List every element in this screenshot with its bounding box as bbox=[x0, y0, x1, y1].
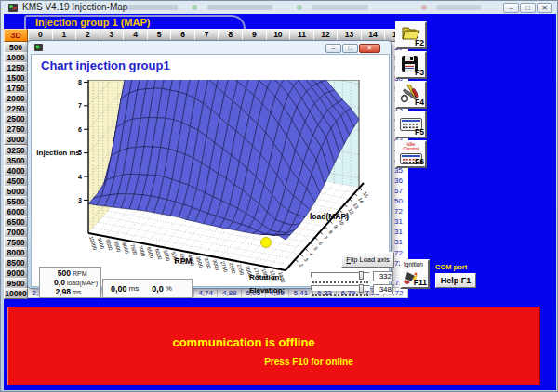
background-window-ghost bbox=[312, 5, 368, 10]
rotation-value[interactable]: 332 bbox=[373, 271, 393, 281]
title-bar: KMS V4.19 Injection-Map – □ ✕ bbox=[1, 1, 558, 14]
table-corner-3d-button[interactable]: 3D bbox=[4, 29, 28, 42]
svg-text:3500: 3500 bbox=[195, 255, 204, 268]
status-unit: ms bbox=[73, 289, 81, 295]
cursor-status-panel: 500RPM0,0load(MAP)2,98ms bbox=[39, 267, 101, 298]
rotation-slider-thumb[interactable] bbox=[359, 271, 364, 280]
svg-text:8500: 8500 bbox=[113, 240, 122, 253]
com-port-label: COM port bbox=[435, 263, 467, 271]
row-header[interactable]: 10000 bbox=[4, 288, 28, 299]
svg-text:3250: 3250 bbox=[204, 257, 212, 270]
dialog-client: 345678injection ms1000095009000850080007… bbox=[31, 54, 390, 287]
elevation-label: Elevation: bbox=[249, 286, 285, 294]
help-button[interactable]: Help F1 bbox=[435, 273, 476, 288]
chart-title: Chart injection group1 bbox=[41, 59, 170, 72]
offline-hint: Press F10 for online bbox=[264, 357, 353, 367]
map-settings-button[interactable]: F5 bbox=[395, 111, 427, 138]
chart-dialog[interactable]: – □ ✕ 345678injection ms1000095009000850… bbox=[27, 40, 392, 289]
svg-text:8000: 8000 bbox=[121, 242, 129, 255]
svg-text:RPM: RPM bbox=[175, 256, 193, 266]
rotation-slider-ticks bbox=[312, 280, 368, 283]
svg-text:6: 6 bbox=[78, 126, 82, 133]
svg-text:7000: 7000 bbox=[138, 244, 146, 257]
background-window-ghost bbox=[436, 5, 481, 10]
fkey-label: F4 bbox=[415, 98, 424, 107]
status-value: 0,0 bbox=[43, 278, 65, 287]
dialog-app-icon bbox=[34, 43, 44, 52]
measure-status-panel: 0,00ms0,0% bbox=[102, 279, 193, 298]
app-icon bbox=[7, 2, 19, 13]
svg-text:8: 8 bbox=[78, 79, 82, 85]
window-title: KMS V4.19 Injection-Map bbox=[22, 2, 127, 12]
offline-message: communication is offline bbox=[172, 335, 314, 349]
svg-text:3000: 3000 bbox=[212, 258, 220, 271]
background-window-ghost bbox=[192, 5, 197, 10]
svg-text:3: 3 bbox=[303, 257, 310, 263]
status-unit: RPM bbox=[73, 270, 87, 277]
tab-injection-group-1[interactable]: Injection group 1 (MAP) bbox=[24, 15, 246, 29]
table-cell[interactable]: 4,74 bbox=[194, 288, 219, 298]
rotation-label: Rotation: bbox=[249, 273, 282, 281]
injection-3d-chart[interactable]: 345678injection ms1000095009000850080007… bbox=[32, 55, 389, 286]
svg-text:2250: 2250 bbox=[236, 263, 245, 276]
background-window-ghost bbox=[297, 5, 302, 10]
fkey-label: F3 bbox=[415, 68, 424, 77]
offline-banner: communication is offline Press F10 for o… bbox=[7, 307, 540, 385]
svg-text:9: 9 bbox=[333, 224, 339, 229]
flip-load-axis-button[interactable]: Flip Load axis bbox=[341, 252, 394, 268]
svg-text:6: 6 bbox=[318, 241, 325, 246]
svg-text:5: 5 bbox=[312, 246, 319, 252]
ignition-button[interactable]: Ignition F11 bbox=[400, 259, 430, 289]
svg-text:2: 2 bbox=[299, 263, 305, 268]
elevation-slider-thumb[interactable] bbox=[359, 284, 364, 293]
elevation-value[interactable]: 348 bbox=[373, 284, 393, 294]
rotation-slider-row: Rotation: 332 bbox=[249, 272, 394, 284]
svg-text:injection ms: injection ms bbox=[36, 149, 80, 157]
close-button[interactable]: ✕ bbox=[537, 3, 552, 13]
svg-text:10000: 10000 bbox=[88, 235, 98, 250]
svg-text:load(MAP): load(MAP) bbox=[310, 212, 349, 221]
selected-cell-marker bbox=[261, 238, 272, 248]
svg-text:7500: 7500 bbox=[129, 243, 138, 256]
svg-text:2500: 2500 bbox=[228, 262, 236, 275]
client-area: Injection group 1 (MAP) 3D 0123456789101… bbox=[4, 14, 556, 390]
status-value: 2,98 bbox=[43, 287, 71, 296]
table-cell[interactable]: 4,88 bbox=[218, 288, 242, 298]
app-window: KMS V4.19 Injection-Map – □ ✕ Injection … bbox=[0, 0, 558, 392]
dialog-close-button[interactable]: ✕ bbox=[359, 44, 380, 53]
status-unit: load(MAP) bbox=[67, 280, 98, 286]
dialog-minimize-button[interactable]: – bbox=[326, 44, 341, 53]
status-value: 500 bbox=[43, 268, 71, 278]
maximize-button[interactable]: □ bbox=[520, 3, 536, 13]
svg-text:4: 4 bbox=[308, 252, 314, 257]
svg-text:7: 7 bbox=[323, 235, 329, 241]
svg-text:6000: 6000 bbox=[154, 248, 163, 261]
svg-text:2750: 2750 bbox=[219, 260, 228, 273]
svg-text:4: 4 bbox=[78, 174, 82, 180]
svg-text:3: 3 bbox=[78, 197, 82, 203]
svg-text:8: 8 bbox=[327, 229, 334, 235]
fkey-label: F6 bbox=[415, 157, 424, 166]
idle-control-caption: idleControl bbox=[397, 142, 425, 151]
fkey-label: F5 bbox=[415, 127, 424, 137]
idle-control-button[interactable]: idleControl F6 bbox=[395, 140, 427, 168]
fkey-label: F2 bbox=[415, 38, 424, 47]
background-window-ghost bbox=[421, 5, 427, 10]
minimize-button[interactable]: – bbox=[503, 3, 519, 13]
svg-text:9000: 9000 bbox=[105, 239, 113, 252]
elevation-slider-row: Elevation: 348 bbox=[249, 285, 394, 297]
svg-text:6500: 6500 bbox=[146, 246, 154, 259]
background-window-ghost bbox=[126, 5, 178, 10]
svg-text:5500: 5500 bbox=[163, 249, 171, 262]
fkey-label: F11 bbox=[414, 278, 427, 287]
dialog-restore-button[interactable]: □ bbox=[342, 44, 358, 53]
elevation-slider-ticks bbox=[312, 293, 368, 296]
svg-text:7: 7 bbox=[78, 102, 82, 109]
open-file-button[interactable]: F2 bbox=[395, 21, 427, 49]
background-window-ghost bbox=[207, 5, 272, 10]
settings-button[interactable]: F4 bbox=[395, 81, 427, 109]
ignition-label: Ignition bbox=[404, 261, 423, 268]
save-button[interactable]: F3 bbox=[395, 51, 427, 79]
